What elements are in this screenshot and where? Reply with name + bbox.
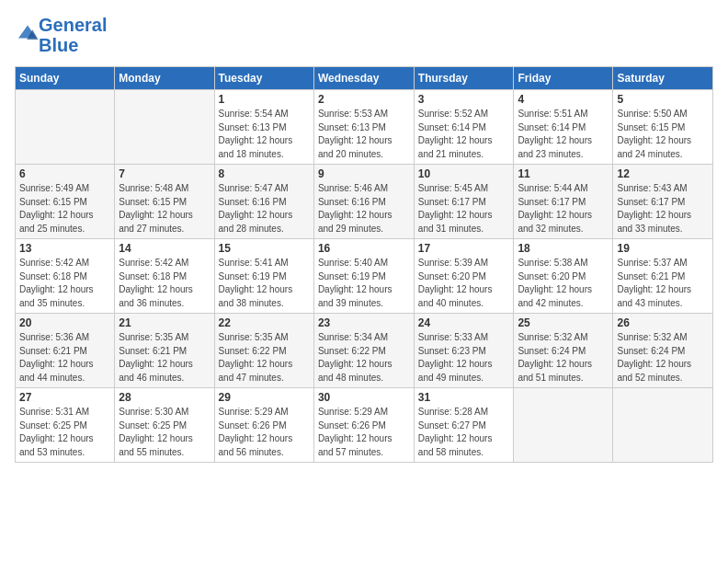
calendar-day-7: 7Sunrise: 5:48 AM Sunset: 6:15 PM Daylig…: [115, 165, 214, 239]
day-info: Sunrise: 5:36 AM Sunset: 6:21 PM Dayligh…: [19, 331, 110, 385]
day-info: Sunrise: 5:42 AM Sunset: 6:18 PM Dayligh…: [119, 257, 210, 310]
day-info: Sunrise: 5:35 AM Sunset: 6:22 PM Dayligh…: [219, 331, 310, 385]
day-number: 15: [219, 242, 310, 255]
day-info: Sunrise: 5:28 AM Sunset: 6:27 PM Dayligh…: [418, 406, 510, 459]
day-number: 5: [617, 93, 709, 106]
logo: General Blue: [15, 15, 107, 55]
day-number: 25: [518, 316, 609, 329]
day-number: 18: [518, 242, 609, 255]
calendar-day-31: 31Sunrise: 5:28 AM Sunset: 6:27 PM Dayli…: [414, 388, 514, 463]
day-info: Sunrise: 5:31 AM Sunset: 6:25 PM Dayligh…: [19, 406, 110, 459]
calendar-day-empty: [613, 388, 713, 463]
day-number: 12: [617, 167, 709, 180]
day-number: 1: [219, 93, 310, 106]
calendar-day-4: 4Sunrise: 5:51 AM Sunset: 6:14 PM Daylig…: [514, 90, 613, 165]
day-info: Sunrise: 5:32 AM Sunset: 6:24 PM Dayligh…: [617, 331, 709, 385]
day-info: Sunrise: 5:54 AM Sunset: 6:13 PM Dayligh…: [219, 108, 310, 161]
calendar-header-thursday: Thursday: [414, 67, 514, 90]
day-info: Sunrise: 5:50 AM Sunset: 6:15 PM Dayligh…: [617, 108, 709, 161]
calendar-day-18: 18Sunrise: 5:38 AM Sunset: 6:20 PM Dayli…: [514, 239, 613, 314]
calendar-day-6: 6Sunrise: 5:49 AM Sunset: 6:15 PM Daylig…: [16, 165, 115, 239]
calendar-day-5: 5Sunrise: 5:50 AM Sunset: 6:15 PM Daylig…: [613, 90, 713, 165]
day-info: Sunrise: 5:38 AM Sunset: 6:20 PM Dayligh…: [518, 257, 609, 310]
day-info: Sunrise: 5:34 AM Sunset: 6:22 PM Dayligh…: [318, 331, 410, 385]
day-info: Sunrise: 5:29 AM Sunset: 6:26 PM Dayligh…: [219, 406, 310, 459]
calendar-header-sunday: Sunday: [16, 67, 115, 90]
day-info: Sunrise: 5:45 AM Sunset: 6:17 PM Dayligh…: [418, 182, 510, 236]
calendar-day-13: 13Sunrise: 5:42 AM Sunset: 6:18 PM Dayli…: [16, 239, 115, 314]
day-info: Sunrise: 5:30 AM Sunset: 6:25 PM Dayligh…: [119, 406, 210, 459]
day-info: Sunrise: 5:46 AM Sunset: 6:16 PM Dayligh…: [318, 182, 410, 236]
day-number: 4: [518, 93, 609, 106]
calendar-day-1: 1Sunrise: 5:54 AM Sunset: 6:13 PM Daylig…: [214, 90, 313, 165]
day-info: Sunrise: 5:35 AM Sunset: 6:21 PM Dayligh…: [119, 331, 210, 385]
calendar-week-row: 13Sunrise: 5:42 AM Sunset: 6:18 PM Dayli…: [16, 239, 713, 314]
day-number: 26: [617, 316, 709, 329]
day-number: 3: [418, 93, 510, 106]
day-number: 21: [119, 316, 210, 329]
calendar-day-28: 28Sunrise: 5:30 AM Sunset: 6:25 PM Dayli…: [115, 388, 214, 463]
day-info: Sunrise: 5:52 AM Sunset: 6:14 PM Dayligh…: [418, 108, 510, 161]
calendar-header-wednesday: Wednesday: [313, 67, 414, 90]
calendar-day-9: 9Sunrise: 5:46 AM Sunset: 6:16 PM Daylig…: [313, 165, 414, 239]
calendar-day-12: 12Sunrise: 5:43 AM Sunset: 6:17 PM Dayli…: [613, 165, 713, 239]
calendar-day-15: 15Sunrise: 5:41 AM Sunset: 6:19 PM Dayli…: [214, 239, 313, 314]
calendar-day-empty: [115, 90, 214, 165]
day-number: 19: [617, 242, 709, 255]
day-info: Sunrise: 5:29 AM Sunset: 6:26 PM Dayligh…: [318, 406, 410, 459]
calendar-week-row: 20Sunrise: 5:36 AM Sunset: 6:21 PM Dayli…: [16, 314, 713, 388]
calendar-header-friday: Friday: [514, 67, 613, 90]
calendar-week-row: 27Sunrise: 5:31 AM Sunset: 6:25 PM Dayli…: [16, 388, 713, 463]
calendar-day-29: 29Sunrise: 5:29 AM Sunset: 6:26 PM Dayli…: [214, 388, 313, 463]
day-number: 27: [19, 391, 110, 404]
day-info: Sunrise: 5:53 AM Sunset: 6:13 PM Dayligh…: [318, 108, 410, 161]
day-number: 28: [119, 391, 210, 404]
calendar-day-3: 3Sunrise: 5:52 AM Sunset: 6:14 PM Daylig…: [414, 90, 514, 165]
calendar-day-21: 21Sunrise: 5:35 AM Sunset: 6:21 PM Dayli…: [115, 314, 214, 388]
day-number: 2: [318, 93, 410, 106]
calendar-day-2: 2Sunrise: 5:53 AM Sunset: 6:13 PM Daylig…: [313, 90, 414, 165]
day-number: 10: [418, 167, 510, 180]
calendar-header-monday: Monday: [115, 67, 214, 90]
day-info: Sunrise: 5:42 AM Sunset: 6:18 PM Dayligh…: [19, 257, 110, 310]
day-info: Sunrise: 5:33 AM Sunset: 6:23 PM Dayligh…: [418, 331, 510, 385]
logo-text: General Blue: [39, 15, 107, 55]
day-number: 20: [19, 316, 110, 329]
calendar-day-empty: [16, 90, 115, 165]
day-info: Sunrise: 5:37 AM Sunset: 6:21 PM Dayligh…: [617, 257, 709, 310]
day-number: 16: [318, 242, 410, 255]
page-header: General Blue: [15, 15, 713, 55]
day-number: 14: [119, 242, 210, 255]
calendar-day-26: 26Sunrise: 5:32 AM Sunset: 6:24 PM Dayli…: [613, 314, 713, 388]
day-number: 8: [219, 167, 310, 180]
day-number: 7: [119, 167, 210, 180]
day-info: Sunrise: 5:32 AM Sunset: 6:24 PM Dayligh…: [518, 331, 609, 385]
calendar-day-10: 10Sunrise: 5:45 AM Sunset: 6:17 PM Dayli…: [414, 165, 514, 239]
day-number: 9: [318, 167, 410, 180]
calendar-day-empty: [514, 388, 613, 463]
day-info: Sunrise: 5:40 AM Sunset: 6:19 PM Dayligh…: [318, 257, 410, 310]
calendar-day-30: 30Sunrise: 5:29 AM Sunset: 6:26 PM Dayli…: [313, 388, 414, 463]
calendar-day-8: 8Sunrise: 5:47 AM Sunset: 6:16 PM Daylig…: [214, 165, 313, 239]
day-info: Sunrise: 5:41 AM Sunset: 6:19 PM Dayligh…: [219, 257, 310, 310]
day-number: 17: [418, 242, 510, 255]
day-number: 13: [19, 242, 110, 255]
calendar-day-11: 11Sunrise: 5:44 AM Sunset: 6:17 PM Dayli…: [514, 165, 613, 239]
calendar-week-row: 1Sunrise: 5:54 AM Sunset: 6:13 PM Daylig…: [16, 90, 713, 165]
day-number: 24: [418, 316, 510, 329]
day-info: Sunrise: 5:43 AM Sunset: 6:17 PM Dayligh…: [617, 182, 709, 236]
calendar-day-17: 17Sunrise: 5:39 AM Sunset: 6:20 PM Dayli…: [414, 239, 514, 314]
calendar-day-20: 20Sunrise: 5:36 AM Sunset: 6:21 PM Dayli…: [16, 314, 115, 388]
day-info: Sunrise: 5:39 AM Sunset: 6:20 PM Dayligh…: [418, 257, 510, 310]
calendar-day-24: 24Sunrise: 5:33 AM Sunset: 6:23 PM Dayli…: [414, 314, 514, 388]
calendar-table: SundayMondayTuesdayWednesdayThursdayFrid…: [15, 66, 713, 463]
day-info: Sunrise: 5:51 AM Sunset: 6:14 PM Dayligh…: [518, 108, 609, 161]
calendar-day-23: 23Sunrise: 5:34 AM Sunset: 6:22 PM Dayli…: [313, 314, 414, 388]
day-info: Sunrise: 5:48 AM Sunset: 6:15 PM Dayligh…: [119, 182, 210, 236]
day-number: 29: [219, 391, 310, 404]
calendar-day-25: 25Sunrise: 5:32 AM Sunset: 6:24 PM Dayli…: [514, 314, 613, 388]
calendar-header-row: SundayMondayTuesdayWednesdayThursdayFrid…: [16, 67, 713, 90]
calendar-day-19: 19Sunrise: 5:37 AM Sunset: 6:21 PM Dayli…: [613, 239, 713, 314]
calendar-day-16: 16Sunrise: 5:40 AM Sunset: 6:19 PM Dayli…: [313, 239, 414, 314]
logo-icon: [17, 24, 39, 42]
